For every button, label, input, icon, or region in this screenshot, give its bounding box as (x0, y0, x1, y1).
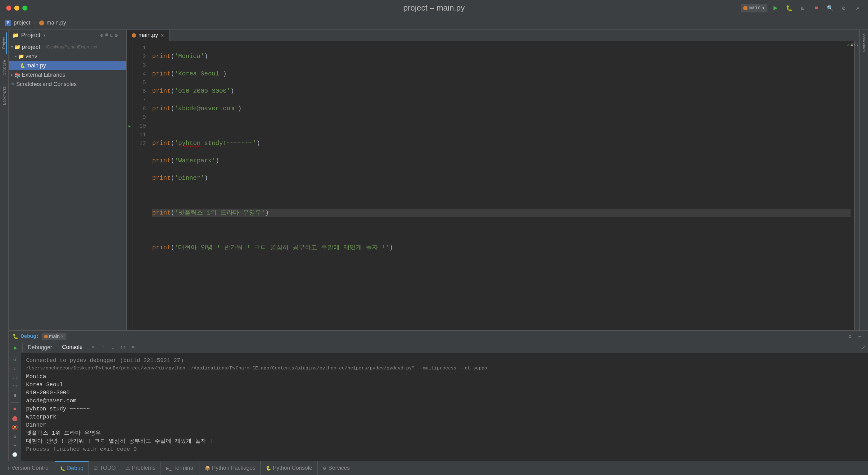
python-console-label: Python Console (273, 465, 312, 471)
tree-item-mainpy[interactable]: 🐍 main.py (9, 61, 126, 70)
project-tree: ▾ 📁 project ~/Desktop/PythonEx/project ▸… (9, 41, 126, 330)
rerun-btn[interactable]: ↺ (10, 356, 19, 363)
console-tool-1[interactable]: ≡ (89, 343, 97, 352)
tree-item-project[interactable]: ▾ 📁 project ~/Desktop/PythonEx/project (9, 42, 126, 52)
window-title: project – main.py (403, 3, 465, 13)
ln-2: 2 (133, 52, 146, 61)
debug-minimize-btn[interactable]: — (856, 332, 864, 341)
close-session-icon[interactable]: ✕ (61, 335, 64, 339)
tree-item-venv[interactable]: ▸ 📁 venv (9, 52, 126, 61)
code-editor[interactable]: ▶ 1 2 3 4 5 6 7 8 (127, 41, 859, 330)
more-btn[interactable]: » (10, 442, 19, 449)
console-line-2: /Users/ohchaeeon/Desktop/PythonEx/projec… (26, 365, 863, 373)
problems-icon: ⚠ (126, 466, 130, 471)
console-line-8: Waterpark (26, 413, 863, 421)
console-output: Connected to pydev debugger (build 221.5… (21, 353, 868, 461)
stop-debug-btn[interactable]: ■ (10, 406, 19, 413)
run-config-dropdown[interactable]: ▾ (762, 5, 765, 11)
filter-icon[interactable]: ⇅ (110, 32, 113, 38)
code-line-2: print('Korea Seoul') (152, 69, 850, 78)
breakpoint-btn[interactable]: ⬤ (10, 415, 19, 422)
run-config[interactable]: main ▾ (741, 4, 767, 12)
session-icon (44, 335, 48, 339)
code-content[interactable]: print('Monica') print('Korea Seoul') pri… (148, 41, 854, 330)
console-tool-3[interactable]: ↓ (108, 343, 117, 352)
ln-12: 12 (133, 139, 146, 148)
maximize-button[interactable] (22, 6, 27, 10)
status-python-packages[interactable]: 📦 Python Packages (200, 461, 261, 475)
status-version-control[interactable]: ↑ Version Control (2, 461, 55, 475)
step-over-btn[interactable]: ↓ (10, 365, 19, 372)
structure-panel-label[interactable]: Structure (2, 55, 6, 80)
status-todo[interactable]: ☑ TODO (89, 461, 121, 475)
packages-label: Python Packages (212, 465, 255, 471)
run-config-name: main (749, 5, 761, 11)
status-debug[interactable]: 🐛 Debug (55, 461, 89, 475)
breadcrumb-file[interactable]: main.py (46, 20, 66, 26)
scratches-name: Scratches and Consoles (16, 81, 77, 88)
step-out-btn[interactable]: ↑↑ (10, 383, 19, 390)
debug-run-button[interactable]: 🐛 (783, 2, 795, 14)
status-services[interactable]: ⚙ Services (318, 461, 355, 475)
notifications-label[interactable]: Notifications (862, 34, 866, 52)
gutter-line-10: ▶ (127, 122, 132, 130)
gutter-line-1 (127, 43, 132, 52)
console-line-7: pyhton study!~~~~~~ (26, 405, 863, 413)
minimize-panel-icon[interactable]: — (120, 32, 123, 38)
traffic-lights (6, 6, 27, 10)
step-into-btn[interactable]: ↓↓ (10, 374, 19, 381)
code-line-8: print('Dinner') (152, 174, 850, 183)
ln-4: 4 (133, 69, 146, 78)
settings-debug-btn[interactable]: ⚙ (10, 433, 19, 440)
breadcrumb-project[interactable]: project (14, 20, 30, 26)
console-tool-2[interactable]: ↑ (99, 343, 107, 352)
console-tool-5[interactable]: ⊞ (128, 343, 137, 352)
tree-item-extlib[interactable]: ▸ 📚 External Libraries (9, 70, 126, 80)
debugger-tab[interactable]: Debugger (23, 342, 57, 353)
editor-tab-mainpy[interactable]: main.py ✕ (127, 30, 169, 41)
stop-button[interactable]: ■ (811, 2, 822, 14)
services-label: Services (329, 465, 350, 471)
packages-icon: 📦 (205, 466, 210, 471)
code-line-7: print('Waterpark') (152, 156, 850, 165)
extlib-name: External Libraries (22, 72, 65, 78)
run-button[interactable]: ▶ (770, 2, 781, 14)
project-panel-dropdown[interactable]: ▾ (43, 32, 46, 38)
pause-btn[interactable]: ⏸ (10, 392, 19, 399)
share-button[interactable]: ↗ (852, 2, 863, 14)
tab-filename: main.py (138, 32, 158, 38)
debug-resume-btn[interactable]: ▶ (11, 343, 20, 352)
locate-icon[interactable]: ⊕ (100, 32, 103, 38)
todo-label: TODO (100, 465, 116, 471)
problems-label: Problems (132, 465, 156, 471)
debug-session-tab[interactable]: main ✕ (41, 333, 67, 340)
ln-8: 8 (133, 104, 146, 113)
project-icon: P (5, 20, 11, 26)
code-line-3: print('010-2000-3000') (152, 87, 850, 96)
tree-item-scratches[interactable]: ✎ Scratches and Consoles (9, 80, 126, 89)
console-tool-4[interactable]: ↑↑ (119, 343, 127, 352)
project-panel: 📁 Project ▾ ⊕ ≡ ⇅ ⚙ — (9, 30, 127, 330)
console-expand-btn[interactable]: ⤢ (862, 345, 868, 350)
minimize-button[interactable] (14, 6, 19, 10)
console-line-9: Dinner (26, 421, 863, 429)
console-line-4: Korea Seoul (26, 381, 863, 389)
close-button[interactable] (6, 6, 11, 10)
tab-close-button[interactable]: ✕ (160, 33, 164, 38)
sort-icon[interactable]: ≡ (105, 32, 108, 38)
status-python-console[interactable]: 🐍 Python Console (261, 461, 318, 475)
scratches-icon: ✎ (11, 82, 15, 87)
venv-name: venv (26, 53, 37, 60)
status-terminal[interactable]: ▶_ Terminal (161, 461, 200, 475)
settings-icon[interactable]: ⚙ (115, 32, 118, 38)
project-panel-label[interactable]: Project (2, 32, 7, 54)
debug-settings-btn[interactable]: ⚙ (846, 332, 854, 341)
clock-btn[interactable]: 🕐 (10, 451, 19, 458)
status-problems[interactable]: ⚠ Problems (121, 461, 161, 475)
coverage-button[interactable]: ⊞ (797, 2, 808, 14)
bookmarks-panel-label[interactable]: Bookmarks (2, 81, 6, 110)
console-tab[interactable]: Console (57, 342, 88, 353)
mute-btn[interactable]: 🔕 (10, 424, 19, 431)
search-button[interactable]: 🔍 (825, 2, 836, 14)
settings-button[interactable]: ⚙ (838, 2, 849, 14)
